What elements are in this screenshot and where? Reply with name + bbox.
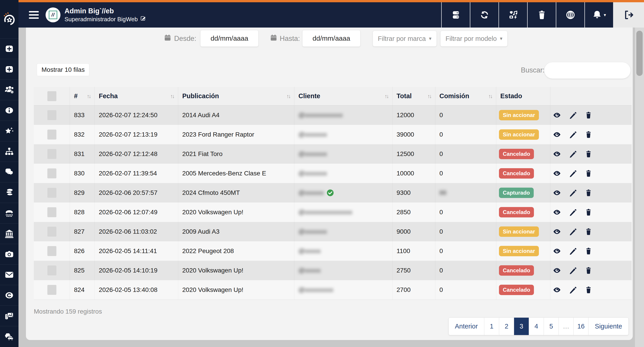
column-header-Fecha[interactable]: Fecha↑↓ <box>95 87 178 105</box>
row-checkbox[interactable] <box>47 265 56 275</box>
media-grid-toolbar-button[interactable] <box>498 2 527 28</box>
scrollbar-thumb[interactable] <box>636 31 643 76</box>
sidebar-item-coins[interactable] <box>0 182 18 203</box>
view-button[interactable] <box>553 150 561 158</box>
sidebar-item-info-circle[interactable] <box>0 100 18 121</box>
view-button[interactable] <box>553 169 561 178</box>
sort-arrows-icon[interactable]: ↑↓ <box>170 93 174 99</box>
wheel-logo-icon[interactable] <box>0 0 18 38</box>
view-button[interactable] <box>553 111 561 119</box>
sidebar-item-envelope[interactable] <box>0 264 18 285</box>
row-checkbox[interactable] <box>47 188 56 198</box>
show-rows-select[interactable]: Mostrar 10 filas <box>37 64 89 76</box>
edit-button[interactable] <box>568 227 577 236</box>
edit-button[interactable] <box>568 189 577 197</box>
hamburger-menu-icon[interactable] <box>29 11 39 19</box>
sidebar-item-plus-square[interactable] <box>0 38 18 59</box>
pagination-next-button[interactable]: Siguiente <box>588 318 628 335</box>
edit-button[interactable] <box>568 111 577 119</box>
sort-arrows-icon[interactable]: ↑↓ <box>428 93 431 99</box>
bell-toolbar-button[interactable]: ▾ <box>584 2 613 28</box>
pagination-page-2[interactable]: 2 <box>499 318 514 335</box>
edit-button[interactable] <box>568 266 577 275</box>
view-button[interactable] <box>553 266 561 275</box>
trash-toolbar-button[interactable] <box>527 2 556 28</box>
sync-icon <box>479 10 490 20</box>
pagination-page-3[interactable]: 3 <box>514 318 529 335</box>
sync-toolbar-button[interactable] <box>470 2 498 28</box>
avatar[interactable]: // <box>46 8 60 22</box>
column-header-Cliente[interactable]: Cliente↑↓ <box>294 87 392 105</box>
sidebar-item-plus-square-2[interactable] <box>0 59 18 80</box>
column-header-Comisión[interactable]: Comisión↑↓ <box>435 87 496 105</box>
edit-button[interactable] <box>568 247 577 255</box>
row-checkbox[interactable] <box>47 227 56 237</box>
delete-button[interactable] <box>584 150 593 158</box>
delete-button[interactable] <box>584 286 593 294</box>
logout-button[interactable] <box>613 2 644 28</box>
select-all-checkbox[interactable] <box>47 91 56 101</box>
sidebar-item-comments[interactable] <box>0 162 18 182</box>
pagination-page-16[interactable]: 16 <box>574 318 588 335</box>
edit-button[interactable] <box>568 130 577 139</box>
delete-button[interactable] <box>584 169 593 178</box>
edit-button[interactable] <box>568 286 577 294</box>
edit-button[interactable] <box>568 208 577 216</box>
vertical-scrollbar[interactable] <box>635 28 644 347</box>
view-button[interactable] <box>553 286 561 294</box>
sidebar-item-star-sparkles[interactable] <box>0 121 18 141</box>
row-checkbox[interactable] <box>47 130 56 140</box>
column-header-#[interactable]: #↑↓ <box>70 87 95 105</box>
pagination-prev-button[interactable]: Anterior <box>449 318 484 335</box>
row-checkbox[interactable] <box>47 285 56 295</box>
filtrar-modelo-dropdown[interactable]: Filtrar por modelo ▾ <box>440 31 508 47</box>
view-button[interactable] <box>553 247 561 255</box>
row-checkbox[interactable] <box>47 110 56 120</box>
view-button[interactable] <box>553 130 561 139</box>
sort-arrows-icon[interactable]: ↑↓ <box>384 93 388 99</box>
sidebar-item-camera[interactable] <box>0 244 18 264</box>
delete-button[interactable] <box>584 266 593 275</box>
sidebar-item-photo-film[interactable] <box>0 305 18 326</box>
delete-button[interactable] <box>584 130 593 139</box>
desde-date-input[interactable] <box>200 30 258 47</box>
globe-toolbar-button[interactable] <box>556 2 584 28</box>
sidebar-item-bank[interactable] <box>0 223 18 244</box>
sort-arrows-icon[interactable]: ↑↓ <box>488 93 492 99</box>
sidebar-item-users-gear[interactable] <box>0 80 18 100</box>
row-checkbox[interactable] <box>47 149 56 159</box>
view-button[interactable] <box>553 208 561 216</box>
pagination-page-1[interactable]: 1 <box>484 318 499 335</box>
pagination-page-5[interactable]: 5 <box>544 318 559 335</box>
edit-button[interactable] <box>568 169 577 178</box>
sidebar-item-phone-keys[interactable] <box>0 203 18 223</box>
column-header-Total[interactable]: Total↑↓ <box>392 87 435 105</box>
row-checkbox[interactable] <box>47 246 56 256</box>
delete-button[interactable] <box>584 111 593 119</box>
delete-button[interactable] <box>584 189 593 197</box>
edit-button[interactable] <box>568 150 577 158</box>
edit-profile-icon[interactable] <box>140 15 146 23</box>
view-button[interactable] <box>553 189 561 197</box>
sort-arrows-icon[interactable]: ↑↓ <box>87 93 90 99</box>
search-input[interactable] <box>544 67 638 74</box>
filtrar-marca-dropdown[interactable]: Filtrar por marca ▾ <box>373 31 437 47</box>
server-toolbar-button[interactable] <box>441 2 470 28</box>
pagination-page-4[interactable]: 4 <box>529 318 544 335</box>
sidebar-item-cars[interactable] <box>0 326 18 346</box>
wheel-logo-icon <box>2 12 16 27</box>
delete-button[interactable] <box>584 208 593 216</box>
view-button[interactable] <box>553 227 561 236</box>
column-header-Publicación[interactable]: Publicación↑↓ <box>178 87 294 105</box>
hasta-date-input[interactable] <box>302 30 360 47</box>
cell-total: 2750 <box>392 261 435 280</box>
sidebar-item-copyright[interactable] <box>0 285 18 305</box>
sort-arrows-icon[interactable]: ↑↓ <box>286 93 290 99</box>
sidebar-item-sitemap[interactable] <box>0 141 18 162</box>
delete-button[interactable] <box>584 227 593 236</box>
cell-total: 12500 <box>392 144 435 164</box>
row-checkbox[interactable] <box>47 207 56 217</box>
cell-actions <box>550 125 632 144</box>
row-checkbox[interactable] <box>47 168 56 178</box>
delete-button[interactable] <box>584 247 593 255</box>
